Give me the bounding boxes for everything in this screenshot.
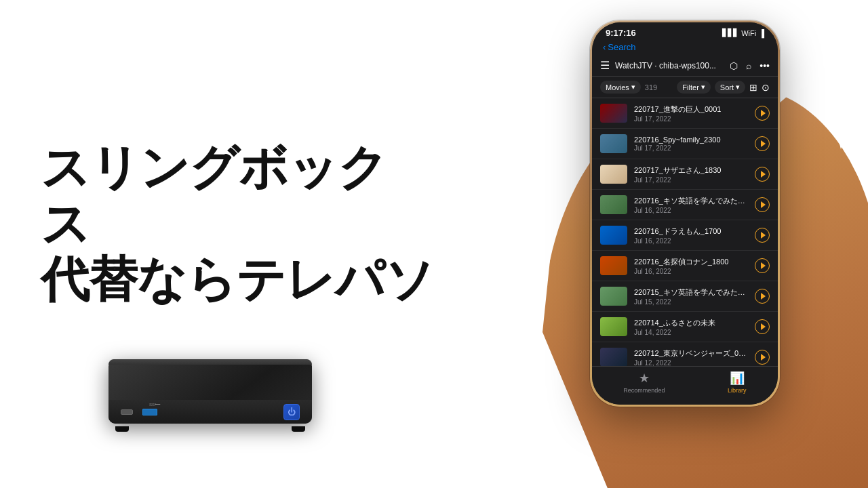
search-icon[interactable]: ⌕ xyxy=(746,60,751,71)
library-label: Library xyxy=(728,387,747,394)
app-screen: 9:17:16 ▋▋▋ WiFi ▐ ‹ Search ☰ xyxy=(592,22,778,405)
menu-icon[interactable]: ☰ xyxy=(600,59,610,72)
play-icon xyxy=(761,354,766,361)
item-date: Jul 16, 2022 xyxy=(634,268,748,275)
heading-line2: 代替ならテレパソ xyxy=(41,251,434,308)
phone-screen: 9:17:16 ▋▋▋ WiFi ▐ ‹ Search ☰ xyxy=(592,22,778,405)
play-button[interactable] xyxy=(755,350,770,365)
item-title: 220716_ドラえもん_1700 xyxy=(634,226,748,237)
sort-chip[interactable]: Sort ▾ xyxy=(715,81,745,94)
status-time: 9:17:16 xyxy=(606,28,636,38)
thumbnail xyxy=(600,348,627,366)
list-item[interactable]: 220716_ドラえもん_1700Jul 16, 2022 xyxy=(592,220,778,251)
chevron-left-icon: ‹ xyxy=(603,42,606,52)
list-item[interactable]: 220717_サザエさん_1830Jul 17, 2022 xyxy=(592,159,778,190)
list-item[interactable]: 220717_進撃の巨人_0001Jul 17, 2022 xyxy=(592,98,778,129)
battery-icon: ▐ xyxy=(759,29,764,37)
play-button[interactable] xyxy=(755,228,770,243)
item-title: 220717_サザエさん_1830 xyxy=(634,165,748,176)
nav-back-bar: ‹ Search xyxy=(592,41,778,55)
play-icon xyxy=(761,293,766,300)
play-button[interactable] xyxy=(755,197,770,212)
item-title: 220716_キソ英語を学んでみたら世界… xyxy=(634,196,748,206)
play-icon xyxy=(761,262,766,269)
thumbnail xyxy=(600,256,627,275)
play-icon xyxy=(761,110,766,117)
play-icon xyxy=(761,140,766,147)
nuc-power-button[interactable] xyxy=(283,404,300,420)
thumbnail xyxy=(600,195,627,214)
count-label: 319 xyxy=(645,83,657,92)
tab-recommended[interactable]: ★ Recommended xyxy=(623,371,665,394)
item-info: 220712_東京リベンジャーズ_0200Jul 12, 2022 xyxy=(634,348,748,367)
thumbnail xyxy=(600,104,627,123)
item-date: Jul 16, 2022 xyxy=(634,207,748,214)
filter-chip[interactable]: Filter ▾ xyxy=(677,81,710,94)
nuc-usb-a xyxy=(142,409,157,415)
filter-bar: Movies ▾ 319 Filter ▾ Sort ▾ ⊞ ⊙ xyxy=(592,77,778,98)
list-item[interactable]: 220712_東京リベンジャーズ_0200Jul 12, 2022 xyxy=(592,342,778,366)
status-icons: ▋▋▋ WiFi ▐ xyxy=(722,28,764,37)
item-info: 220717_サザエさん_1830Jul 17, 2022 xyxy=(634,165,748,184)
play-button[interactable] xyxy=(755,136,770,151)
recommended-label: Recommended xyxy=(623,387,665,394)
item-title: 220716_名探偵コナン_1800 xyxy=(634,257,748,267)
play-button[interactable] xyxy=(755,167,770,182)
item-date: Jul 14, 2022 xyxy=(634,329,748,336)
signal-icon: ▋▋▋ xyxy=(722,28,738,37)
heading-line1: スリングボックス xyxy=(41,140,434,252)
list-item[interactable]: 220715_キソ英語を学んでみたら世界…Jul 15, 2022 xyxy=(592,281,778,312)
list-item[interactable]: 220716_Spy~family_2300Jul 17, 2022 xyxy=(592,129,778,159)
play-button[interactable] xyxy=(755,289,770,304)
play-icon xyxy=(761,201,766,208)
item-info: 220716_名探偵コナン_1800Jul 16, 2022 xyxy=(634,257,748,275)
list-item[interactable]: 220716_名探偵コナン_1800Jul 16, 2022 xyxy=(592,251,778,281)
item-title: 220717_進撃の巨人_0001 xyxy=(634,104,748,115)
app-header: ☰ WatchJTV · chiba-wps100... ⬡ ⌕ ••• xyxy=(592,55,778,77)
cast-icon[interactable]: ⬡ xyxy=(730,60,738,71)
thumbnail xyxy=(600,287,627,306)
nuc-feet xyxy=(108,426,326,432)
play-icon xyxy=(761,171,766,178)
wifi-icon: WiFi xyxy=(741,29,756,37)
movies-chip[interactable]: Movies ▾ xyxy=(600,81,641,94)
grid-icon[interactable]: ⊞ xyxy=(749,82,757,93)
options-icon[interactable]: ⊙ xyxy=(762,82,770,93)
app-title: WatchJTV · chiba-wps100... xyxy=(615,61,716,70)
filter-dropdown-icon: ▾ xyxy=(701,83,705,92)
more-icon[interactable]: ••• xyxy=(760,60,770,71)
sort-label: Sort xyxy=(720,83,734,92)
app-header-icons: ⬡ ⌕ ••• xyxy=(730,60,770,71)
app-title-bar: WatchJTV · chiba-wps100... xyxy=(615,61,724,70)
item-date: Jul 12, 2022 xyxy=(634,359,748,367)
content-list: 220717_進撃の巨人_0001Jul 17, 2022220716_Spy~… xyxy=(592,98,778,366)
nuc-device-container: SS⟵ xyxy=(108,359,339,441)
back-button[interactable]: ‹ Search xyxy=(603,42,636,52)
item-date: Jul 17, 2022 xyxy=(634,144,748,152)
item-date: Jul 17, 2022 xyxy=(634,115,748,123)
filter-label: Filter xyxy=(682,83,698,92)
tab-library[interactable]: 📊 Library xyxy=(728,371,747,394)
nuc-usb-c xyxy=(121,409,133,415)
play-button[interactable] xyxy=(755,258,770,273)
item-info: 220716_ドラえもん_1700Jul 16, 2022 xyxy=(634,226,748,245)
dropdown-icon: ▾ xyxy=(631,83,635,92)
status-bar: 9:17:16 ▋▋▋ WiFi ▐ xyxy=(592,22,778,41)
play-button[interactable] xyxy=(755,106,770,121)
list-item[interactable]: 220716_キソ英語を学んでみたら世界…Jul 16, 2022 xyxy=(592,190,778,220)
item-info: 220715_キソ英語を学んでみたら世界…Jul 15, 2022 xyxy=(634,287,748,306)
nuc-foot-right xyxy=(292,426,305,432)
item-title: 220715_キソ英語を学んでみたら世界… xyxy=(634,287,748,298)
play-icon xyxy=(761,232,766,239)
nuc-device: SS⟵ xyxy=(108,359,326,441)
item-info: 220716_キソ英語を学んでみたら世界…Jul 16, 2022 xyxy=(634,196,748,214)
sort-dropdown-icon: ▾ xyxy=(736,83,740,92)
item-title: 220716_Spy~family_2300 xyxy=(634,136,748,144)
phone-frame: 9:17:16 ▋▋▋ WiFi ▐ ‹ Search ☰ xyxy=(590,20,780,407)
item-date: Jul 17, 2022 xyxy=(634,176,748,184)
list-item[interactable]: 220714_ふるさとの未来Jul 14, 2022 xyxy=(592,312,778,342)
thumbnail xyxy=(600,165,627,184)
play-icon xyxy=(761,323,766,330)
nuc-body: SS⟵ xyxy=(108,359,312,424)
play-button[interactable] xyxy=(755,319,770,334)
